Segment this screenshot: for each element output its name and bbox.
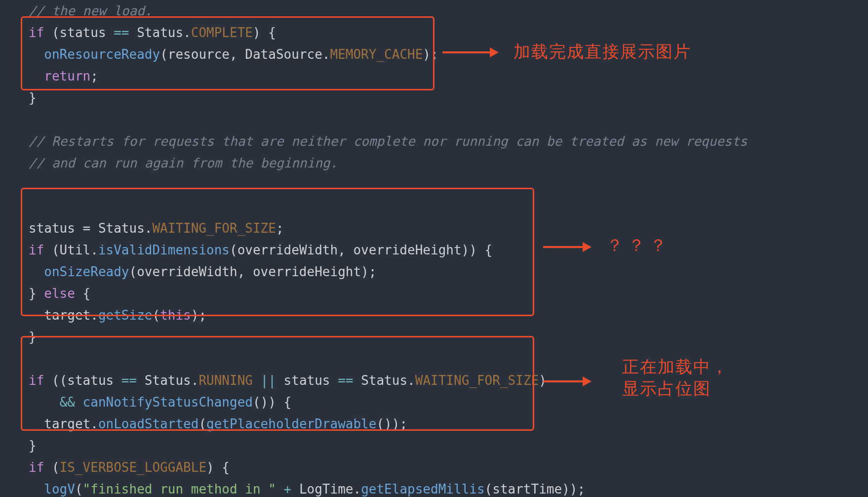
code-method: onSizeReady (44, 264, 129, 279)
annotation-label-2: ？？？ (606, 234, 671, 256)
code-keyword: else (44, 286, 75, 301)
code-keyword: if (29, 460, 44, 475)
code-keyword: if (29, 243, 44, 257)
annotation-label-1: 加载完成直接展示图片 (513, 41, 691, 62)
code-comment: // Restarts for requests that are neithe… (29, 134, 748, 149)
code-method: getElapsedMillis (361, 482, 484, 497)
code-method: onResourceReady (44, 47, 160, 62)
code-method: getSize (98, 308, 153, 323)
code-keyword: if (29, 25, 44, 40)
code-keyword: if (29, 373, 44, 388)
code-method: logV (44, 482, 75, 497)
code-method: isValidDimensions (98, 243, 230, 257)
annotation-line: 正在加载中， (622, 357, 729, 376)
arrow-icon (543, 376, 592, 386)
code-comment: // the new load. (29, 3, 152, 18)
code-method: onLoadStarted (98, 416, 199, 431)
annotation-label-3: 正在加载中， 显示占位图 (622, 356, 729, 399)
code-method: canNotifyStatusChanged (83, 395, 253, 410)
arrow-icon (543, 242, 592, 252)
arrow-icon (442, 47, 499, 57)
code-keyword: return (44, 69, 90, 83)
annotation-line: 显示占位图 (622, 379, 711, 398)
code-string: "finished run method in " (83, 482, 276, 497)
code-comment: // and can run again from the beginning. (29, 156, 338, 170)
code-method: getPlaceholderDrawable (206, 416, 376, 431)
code-annotated-figure: // the new load. if (status == Status.CO… (0, 0, 868, 497)
